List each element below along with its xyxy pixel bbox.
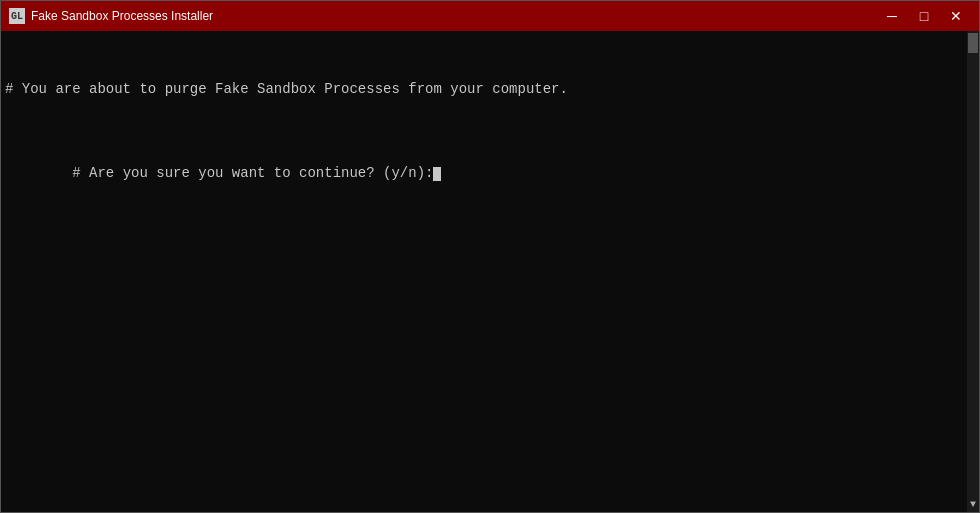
main-window: GL Fake Sandbox Processes Installer ─ □ … xyxy=(0,0,980,513)
console-line-2: # Are you sure you want to continue? (y/… xyxy=(5,142,965,205)
cursor-blink xyxy=(433,167,441,181)
close-button[interactable]: ✕ xyxy=(941,6,971,26)
window-title: Fake Sandbox Processes Installer xyxy=(31,9,213,23)
scrollbar[interactable]: ▼ xyxy=(967,31,979,512)
maximize-button[interactable]: □ xyxy=(909,6,939,26)
scrollbar-thumb[interactable] xyxy=(968,33,978,53)
minimize-button[interactable]: ─ xyxy=(877,6,907,26)
console-content[interactable]: # You are about to purge Fake Sandbox Pr… xyxy=(1,31,979,512)
console-body: # You are about to purge Fake Sandbox Pr… xyxy=(1,31,979,512)
title-bar-left: GL Fake Sandbox Processes Installer xyxy=(9,8,213,24)
window-controls: ─ □ ✕ xyxy=(877,6,971,26)
console-line-1: # You are about to purge Fake Sandbox Pr… xyxy=(5,79,965,100)
app-icon: GL xyxy=(9,8,25,24)
scrollbar-down-arrow[interactable]: ▼ xyxy=(970,499,976,510)
title-bar: GL Fake Sandbox Processes Installer ─ □ … xyxy=(1,1,979,31)
